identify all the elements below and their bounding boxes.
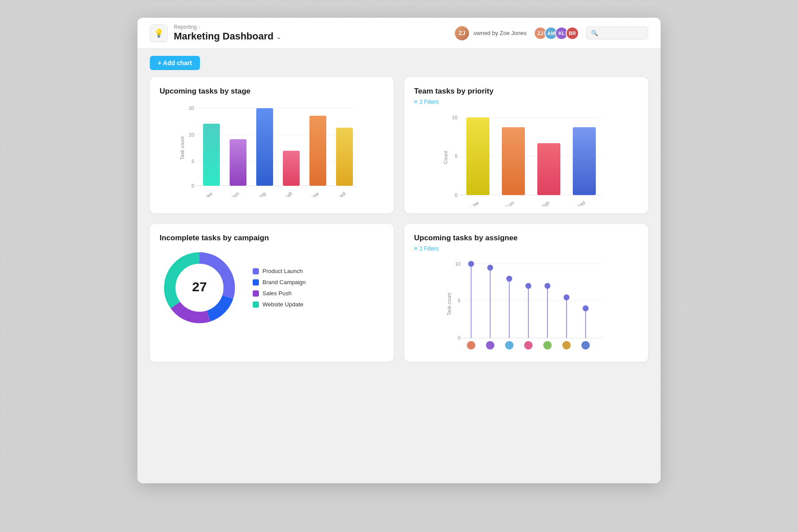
bar-planning — [256, 108, 273, 186]
lollipop-dot-6 — [583, 305, 588, 311]
chart-upcoming-stages: Upcoming tasks by stage Task count 20 10… — [150, 77, 394, 213]
bar-review — [309, 116, 326, 186]
lollipop-dot-5 — [563, 294, 569, 300]
app-icon: 💡 — [150, 24, 168, 42]
donut-svg: 27 — [160, 248, 239, 328]
chart-team-priority: Team tasks by priority ≡ 2 Filters Count… — [404, 77, 648, 213]
breadcrumb: Reporting › — [174, 24, 282, 30]
label-low: Low — [469, 200, 480, 206]
breadcrumb-title: Reporting › Marketing Dashboard ⌄ — [174, 24, 282, 42]
svg-text:0: 0 — [455, 192, 458, 198]
assignee-avatar-5 — [562, 341, 571, 349]
page-title: Marketing Dashboard — [174, 31, 274, 42]
legend-item-product-launch: Product Launch — [253, 268, 306, 274]
svg-text:5: 5 — [455, 153, 458, 159]
svg-text:5: 5 — [458, 298, 461, 303]
donut-section: 27 Product Launch Brand Campaign Sales P… — [160, 248, 384, 328]
legend-label-sales-push: Sales Push — [262, 290, 292, 297]
legend-color-brand-campaign — [253, 279, 259, 286]
team-avatars: ZJ AM KL BR — [534, 27, 579, 40]
y-axis-label-priority: Count — [443, 151, 448, 164]
filter-badge-assignee[interactable]: ≡ 2 Filters — [414, 245, 638, 252]
legend-color-product-launch — [253, 268, 259, 274]
bar-draft — [283, 151, 300, 186]
label-planning: Planning — [249, 191, 267, 197]
breadcrumb-arrow: › — [199, 25, 200, 30]
filter-label-assignee: 2 Filters — [420, 246, 439, 252]
filter-icon-assignee: ≡ — [414, 245, 418, 252]
lollipop-section: Task count 10 5 0 — [414, 255, 638, 355]
svg-text:0: 0 — [458, 335, 461, 340]
assignee-avatar-2 — [505, 341, 513, 349]
lollipop-dot-2 — [506, 276, 512, 282]
search-icon: 🔍 — [591, 30, 598, 36]
filter-badge-priority[interactable]: ≡ 2 Filters — [414, 98, 638, 105]
label-approved: Approved — [327, 191, 347, 197]
legend: Product Launch Brand Campaign Sales Push… — [253, 268, 306, 308]
label-medium: Medium — [498, 200, 515, 206]
dashboard-content: Upcoming tasks by stage Task count 20 10… — [137, 77, 661, 374]
label-review: Review — [304, 191, 320, 197]
assignee-avatar-1 — [486, 341, 494, 349]
bar-low — [466, 117, 489, 195]
legend-label-website-update: Website Update — [262, 301, 303, 308]
lollipop-svg: Task count 10 5 0 — [414, 255, 638, 353]
avatar-owner: ZJ — [455, 26, 469, 40]
bar-ideation — [230, 139, 246, 186]
bar-chart-stages: Task count 20 10 5 0 — [160, 99, 384, 197]
bar-onhold — [573, 127, 596, 195]
bar-intake — [203, 124, 220, 186]
legend-label-brand-campaign: Brand Campaign — [262, 279, 306, 286]
lollipop-dot-0 — [468, 261, 474, 266]
legend-item-brand-campaign: Brand Campaign — [253, 279, 306, 286]
header-left: 💡 Reporting › Marketing Dashboard ⌄ — [150, 24, 282, 42]
chart-title-stages: Upcoming tasks by stage — [160, 87, 384, 96]
assignee-avatar-4 — [543, 341, 552, 349]
y-axis-label-stages: Task count — [180, 137, 185, 160]
y-axis-label-assignee: Task count — [446, 293, 452, 315]
label-onhold: On Hold — [568, 200, 586, 206]
legend-item-website-update: Website Update — [253, 301, 306, 308]
legend-label-product-launch: Product Launch — [262, 268, 303, 274]
label-high: High — [540, 200, 551, 206]
donut-container: 27 — [160, 248, 239, 328]
svg-text:10: 10 — [455, 261, 461, 266]
legend-color-website-update — [253, 301, 259, 308]
svg-text:10: 10 — [189, 132, 194, 137]
donut-total: 27 — [192, 279, 207, 294]
page-title-row: Marketing Dashboard ⌄ — [174, 31, 282, 42]
filter-label-priority: 2 Filters — [420, 99, 439, 105]
chart-title-campaign: Incomplete tasks by campaign — [160, 234, 384, 243]
bar-medium — [502, 127, 525, 195]
toolbar: + Add chart — [137, 49, 661, 77]
owner-info: ZJ owned by Zoe Jones — [455, 26, 527, 40]
svg-text:5: 5 — [192, 159, 194, 164]
assignee-avatar-0 — [467, 341, 475, 349]
bar-chart-priority: Count 10 5 0 — [414, 109, 638, 206]
bar-approved — [336, 128, 353, 186]
chevron-down-icon[interactable]: ⌄ — [276, 33, 282, 40]
bar-chart-priority-svg: Count 10 5 0 — [414, 109, 638, 206]
filter-icon: ≡ — [414, 98, 418, 105]
svg-text:20: 20 — [189, 106, 194, 111]
label-draft: Draft — [282, 191, 293, 197]
bar-high — [537, 143, 560, 195]
header-right: ZJ owned by Zoe Jones ZJ AM KL BR 🔍 — [455, 26, 648, 40]
assignee-avatar-3 — [524, 341, 532, 349]
bar-chart-stages-svg: Task count 20 10 5 0 — [160, 99, 384, 197]
app-window: 💡 Reporting › Marketing Dashboard ⌄ ZJ o… — [137, 18, 661, 483]
owner-text: owned by Zoe Jones — [473, 30, 527, 36]
lollipop-dot-4 — [544, 283, 550, 289]
legend-color-sales-push — [253, 290, 259, 297]
search-input[interactable] — [601, 30, 643, 36]
header: 💡 Reporting › Marketing Dashboard ⌄ ZJ o… — [137, 18, 661, 49]
search-box[interactable]: 🔍 — [586, 27, 648, 39]
assignee-avatar-6 — [581, 341, 590, 349]
avatar: BR — [566, 27, 579, 40]
chart-title-assignee: Upcoming tasks by assignee — [414, 234, 638, 243]
add-chart-button[interactable]: + Add chart — [150, 56, 200, 70]
chart-incomplete-campaign: Incomplete tasks by campaign — [150, 224, 394, 362]
svg-text:10: 10 — [452, 115, 458, 120]
lollipop-dot-3 — [525, 283, 531, 289]
lollipop-dot-1 — [487, 265, 493, 270]
